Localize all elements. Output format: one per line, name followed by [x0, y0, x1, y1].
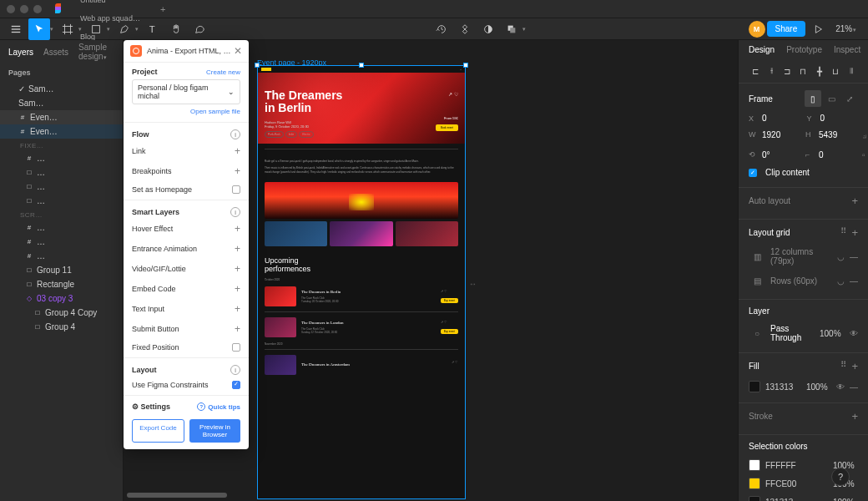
info-icon[interactable]: i [230, 365, 240, 375]
text-tool[interactable]: T [142, 18, 164, 40]
prototype-tab[interactable]: Prototype [786, 45, 822, 54]
horizontal-scrollbar[interactable] [127, 493, 227, 498]
help-button[interactable]: ? [831, 468, 850, 486]
menu-button[interactable] [5, 18, 27, 40]
grid-vis-icon[interactable]: ◡ [837, 252, 845, 261]
mask-icon[interactable] [477, 18, 499, 40]
component-icon[interactable] [454, 18, 476, 40]
color-swatch[interactable] [749, 478, 760, 489]
align-top-icon[interactable]: ⊓ [796, 64, 810, 78]
layer-item[interactable]: #Even… [0, 124, 123, 139]
layer-item[interactable]: □Group 11 [0, 263, 123, 277]
sample-design-tab[interactable]: Sample design ▾ [78, 43, 114, 61]
frame-resize-fit[interactable]: ⤢ [841, 90, 858, 107]
layer-item[interactable]: □Rectangle [0, 277, 123, 291]
layers-tab[interactable]: Layers [8, 48, 33, 57]
move-tool[interactable] [28, 18, 50, 40]
align-bottom-icon[interactable]: ⊔ [829, 64, 842, 78]
fill-swatch[interactable] [749, 381, 760, 392]
close-icon[interactable]: ✕ [234, 45, 242, 57]
color-swatch[interactable] [749, 496, 760, 501]
share-button[interactable]: Share [767, 21, 806, 37]
visibility-icon[interactable]: 👁 [836, 382, 845, 392]
frame-tool[interactable] [57, 18, 78, 40]
settings-section[interactable]: Settings [141, 402, 171, 411]
smart-submit[interactable]: Submit Button+ [124, 319, 249, 339]
clip-checkbox[interactable]: ✓ [749, 169, 757, 177]
remove-fill[interactable]: — [850, 382, 858, 392]
add-fill[interactable]: + [851, 360, 858, 372]
fill-styles-icon[interactable]: ⠿ [840, 360, 846, 372]
add-autolayout[interactable]: + [851, 195, 858, 207]
rotation-input[interactable] [762, 150, 799, 159]
create-new-link[interactable]: Create new [206, 68, 240, 76]
align-right-icon[interactable]: ⊐ [780, 64, 794, 78]
distribute-icon[interactable]: ⫴ [845, 64, 858, 78]
open-sample-link[interactable]: Open sample file [132, 108, 240, 115]
layer-item[interactable]: #… [0, 235, 123, 249]
layout-constraints[interactable]: Use Figma Constraints [124, 377, 249, 393]
layer-item[interactable]: #… [0, 151, 123, 165]
hand-tool[interactable] [165, 18, 187, 40]
color-swatch[interactable] [749, 459, 760, 471]
inspect-tab[interactable]: Inspect [834, 45, 860, 54]
design-tab[interactable]: Design [749, 45, 775, 54]
grid-styles-icon[interactable]: ⠿ [840, 226, 846, 239]
layer-item[interactable]: #Even… [0, 110, 123, 124]
flow-breakpoints[interactable]: Breakpoints+ [124, 161, 249, 181]
smart-textinput[interactable]: Text Input+ [124, 299, 249, 319]
zoom-dot[interactable] [33, 5, 42, 13]
smart-video[interactable]: Video/GIF/Lottie+ [124, 259, 249, 279]
page-item[interactable]: ✓ Sam… [0, 82, 123, 96]
flow-homepage[interactable]: Set as Homepage [124, 181, 249, 198]
grid-remove[interactable]: — [850, 276, 858, 286]
h-input[interactable] [819, 130, 855, 139]
layer-item[interactable]: #… [0, 220, 123, 235]
constrain-icon[interactable]: ⟓ [862, 126, 867, 143]
add-grid[interactable]: + [851, 226, 858, 239]
pen-tool[interactable] [114, 18, 135, 40]
assets-tab[interactable]: Assets [43, 48, 68, 57]
layer-item[interactable]: □… [0, 180, 123, 194]
radius-input[interactable] [819, 150, 855, 159]
x-input[interactable] [762, 114, 799, 123]
smart-entrance[interactable]: Entrance Animation+ [124, 239, 249, 259]
zoom-level[interactable]: 21% ▾ [830, 24, 863, 33]
smart-embed[interactable]: Embed Code+ [124, 279, 249, 299]
file-tab[interactable]: Untitled [72, 0, 154, 9]
y-input[interactable] [820, 114, 857, 123]
align-hcenter-icon[interactable]: ⫲ [765, 64, 778, 78]
minimize-dot[interactable] [20, 5, 28, 13]
export-code-button[interactable]: Export Code [132, 419, 184, 443]
grid-vis-icon[interactable]: ◡ [837, 276, 845, 286]
visibility-icon[interactable]: 👁 [850, 329, 858, 338]
add-stroke[interactable]: + [851, 410, 858, 423]
align-left-icon[interactable]: ⊏ [749, 64, 762, 78]
page-item[interactable]: Sam… [0, 96, 123, 110]
info-icon[interactable]: i [230, 207, 240, 217]
layer-item[interactable]: ◇03 copy 3 [0, 291, 123, 306]
preview-browser-button[interactable]: Preview in Browser [189, 419, 240, 443]
project-select[interactable]: Personal / blog figam michal⌄ [132, 79, 240, 104]
layer-item[interactable]: □Group 4 [0, 320, 123, 334]
layer-item[interactable]: □Group 4 Copy [0, 306, 123, 320]
selected-frame[interactable]: ≡ ↗ ♡ The Dreamersin Berlin Hudson Rose … [257, 65, 466, 499]
w-input[interactable] [762, 130, 799, 139]
smart-hover[interactable]: Hover Effect+ [124, 219, 249, 239]
close-dot[interactable] [7, 5, 15, 13]
frame-orient-portrait[interactable]: ▯ [805, 90, 821, 107]
figma-logo[interactable] [55, 3, 67, 15]
frame-orient-landscape[interactable]: ▭ [823, 90, 840, 107]
comment-tool[interactable] [189, 18, 210, 40]
smart-fixed[interactable]: Fixed Position [124, 339, 249, 356]
grid-remove[interactable]: — [850, 252, 858, 261]
layer-item[interactable]: #… [0, 249, 123, 263]
shape-tool[interactable] [85, 18, 107, 40]
info-icon[interactable]: i [230, 129, 240, 139]
add-tab[interactable]: + [154, 4, 172, 14]
quick-tips-link[interactable]: ?Quick tips [197, 402, 240, 411]
layer-item[interactable]: □… [0, 165, 123, 180]
align-vcenter-icon[interactable]: ╋ [813, 64, 826, 78]
independent-corners-icon[interactable]: ▫ [862, 146, 865, 163]
boolean-icon[interactable] [501, 18, 522, 40]
